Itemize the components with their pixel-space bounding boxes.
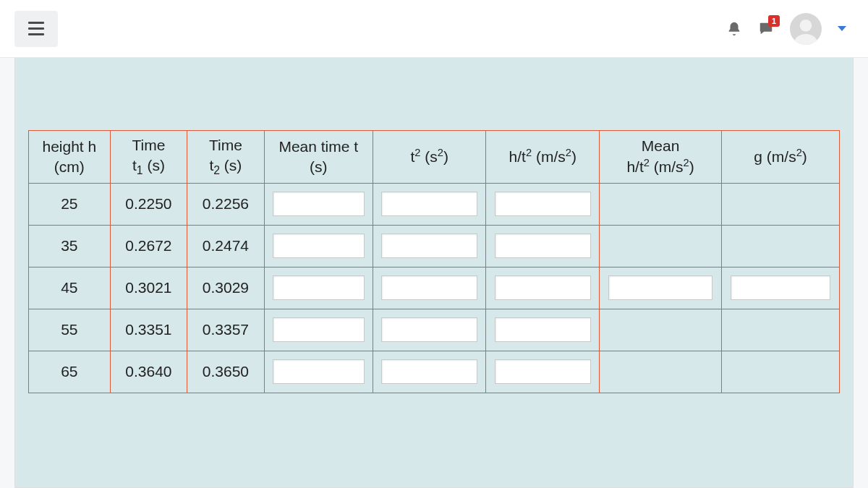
t-squared-cell xyxy=(373,351,486,393)
g-cell xyxy=(722,309,840,351)
t-squared-cell xyxy=(373,183,486,225)
mean-t-input[interactable] xyxy=(273,359,365,384)
cell-height: 45 xyxy=(29,267,111,309)
h-over-t2-cell xyxy=(486,267,600,309)
header-height: height h(cm) xyxy=(29,131,111,184)
table-row: 450.30210.3029 xyxy=(29,267,840,309)
t-squared-cell xyxy=(373,309,486,351)
data-table: height h(cm) Timet1 (s) Timet2 (s) Mean … xyxy=(28,130,840,393)
mean-t-input[interactable] xyxy=(273,275,365,300)
content-wrap: height h(cm) Timet1 (s) Timet2 (s) Mean … xyxy=(0,58,868,488)
user-icon xyxy=(791,16,820,45)
t-squared-cell xyxy=(373,267,486,309)
topbar-right: 1 xyxy=(726,13,846,45)
header-g: g (m/s2) xyxy=(722,131,840,184)
mean-t-cell xyxy=(264,225,373,267)
avatar[interactable] xyxy=(790,13,822,45)
mean-t-cell xyxy=(264,267,373,309)
cell-t2: 0.3029 xyxy=(187,267,264,309)
h-over-t2-cell xyxy=(486,225,600,267)
mean-t-input[interactable] xyxy=(273,192,365,216)
g-cell xyxy=(722,267,840,309)
t-squared-input[interactable] xyxy=(381,234,477,258)
h-over-t2-input[interactable] xyxy=(495,234,591,258)
table-row: 550.33510.3357 xyxy=(29,309,840,351)
table-header-row: height h(cm) Timet1 (s) Timet2 (s) Mean … xyxy=(29,131,840,184)
cell-height: 65 xyxy=(29,351,111,393)
g-cell xyxy=(722,351,840,393)
h-over-t2-cell xyxy=(486,351,600,393)
header-h-over-t2: h/t2 (m/s2) xyxy=(486,131,600,184)
h-over-t2-cell xyxy=(486,183,600,225)
g-input[interactable] xyxy=(731,275,831,300)
header-mean-t: Mean time t(s) xyxy=(264,131,373,184)
cell-height: 55 xyxy=(29,309,111,351)
notification-badge: 1 xyxy=(768,15,780,27)
t-squared-input[interactable] xyxy=(381,317,477,342)
mean-t-cell xyxy=(264,183,373,225)
cell-t1: 0.3640 xyxy=(110,351,187,393)
cell-height: 25 xyxy=(29,183,111,225)
cell-height: 35 xyxy=(29,225,111,267)
topbar: 1 xyxy=(0,0,868,58)
h-over-t2-input[interactable] xyxy=(495,317,591,342)
cell-t1: 0.2672 xyxy=(110,225,187,267)
cell-t2: 0.3357 xyxy=(187,309,264,351)
bell-icon xyxy=(726,21,742,37)
cell-t2: 0.2256 xyxy=(187,183,264,225)
t-squared-input[interactable] xyxy=(381,275,477,300)
cell-t1: 0.3351 xyxy=(110,309,187,351)
mean-t-input[interactable] xyxy=(273,234,365,258)
t-squared-input[interactable] xyxy=(381,192,477,216)
g-cell xyxy=(722,225,840,267)
g-cell xyxy=(722,183,840,225)
t-squared-cell xyxy=(373,225,486,267)
h-over-t2-input[interactable] xyxy=(495,192,591,216)
mean-h-over-t2-cell xyxy=(600,351,722,393)
mean-h-over-t2-cell xyxy=(600,267,722,309)
cell-t1: 0.3021 xyxy=(110,267,187,309)
t-squared-input[interactable] xyxy=(381,359,477,384)
notifications-button[interactable] xyxy=(726,21,742,37)
cell-t2: 0.2474 xyxy=(187,225,264,267)
mean-h-over-t2-cell xyxy=(600,183,722,225)
hamburger-icon xyxy=(28,22,44,35)
content-panel: height h(cm) Timet1 (s) Timet2 (s) Mean … xyxy=(14,58,854,488)
header-t1: Timet1 (s) xyxy=(110,131,187,184)
cell-t2: 0.3650 xyxy=(187,351,264,393)
menu-button[interactable] xyxy=(14,11,58,47)
mean-h-over-t2-cell xyxy=(600,309,722,351)
mean-h-over-t2-cell xyxy=(600,225,722,267)
header-t2: Timet2 (s) xyxy=(187,131,264,184)
table-row: 650.36400.3650 xyxy=(29,351,840,393)
mean-h-over-t2-input[interactable] xyxy=(608,275,712,300)
cell-t1: 0.2250 xyxy=(110,183,187,225)
mean-t-input[interactable] xyxy=(273,317,365,342)
h-over-t2-cell xyxy=(486,309,600,351)
h-over-t2-input[interactable] xyxy=(495,359,591,384)
mean-t-cell xyxy=(264,351,373,393)
user-menu-caret[interactable] xyxy=(838,26,846,31)
header-t-squared: t2 (s2) xyxy=(373,131,486,184)
mean-t-cell xyxy=(264,309,373,351)
table-row: 350.26720.2474 xyxy=(29,225,840,267)
h-over-t2-input[interactable] xyxy=(495,275,591,300)
table-row: 250.22500.2256 xyxy=(29,183,840,225)
svg-point-0 xyxy=(800,20,812,32)
header-mean-h-over-t2: Meanh/t2 (m/s2) xyxy=(600,131,722,184)
messages-button[interactable]: 1 xyxy=(758,21,774,37)
